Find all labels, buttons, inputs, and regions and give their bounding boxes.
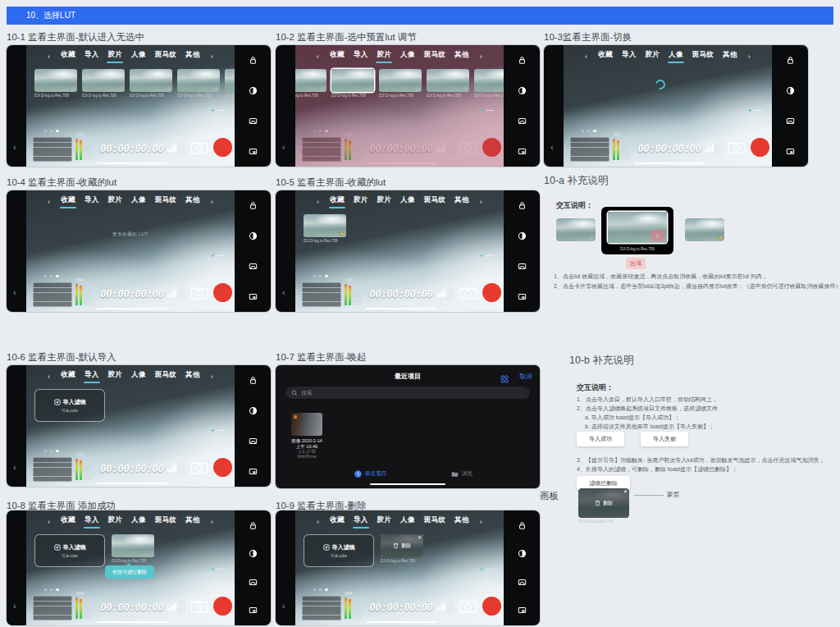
tab-portrait[interactable]: 人像 [131, 195, 146, 208]
lock-icon[interactable] [249, 56, 258, 65]
media-icon[interactable] [249, 262, 258, 271]
tab-zebra[interactable]: 斑马纹 [155, 50, 176, 63]
tabs-prev-icon[interactable]: ‹ [48, 373, 50, 381]
favorite-star-icon[interactable]: ☆ [213, 85, 218, 92]
contrast-icon[interactable] [249, 406, 258, 415]
record-button[interactable] [751, 138, 769, 157]
tab-zebra[interactable]: 斑马纹 [424, 515, 445, 529]
contrast-icon[interactable] [249, 231, 258, 240]
tabs-next-icon[interactable]: › [480, 53, 482, 61]
file-item[interactable]: 图像 2020-2-14 上午 10.46 今天 17:55 我的iPhone [287, 413, 326, 460]
media-icon[interactable] [518, 578, 527, 587]
lut-card[interactable]: ☆DJI D-log to Rec.709 [474, 69, 504, 98]
record-button[interactable] [482, 283, 501, 302]
pip-icon[interactable] [249, 467, 258, 476]
photo-capture-button[interactable] [190, 140, 208, 154]
tab-portrait[interactable]: 人像 [669, 50, 683, 63]
favorite-star-icon[interactable]: ☆ [463, 85, 468, 92]
tabs-next-icon[interactable]: › [211, 518, 213, 526]
tab-portrait[interactable]: 人像 [131, 370, 146, 383]
tab-zebra[interactable]: 斑马纹 [155, 370, 176, 383]
record-button[interactable] [482, 138, 501, 157]
favorite-star-icon[interactable]: ☆ [368, 85, 372, 92]
lut-card[interactable]: ☆DJI D-log to Rec.709 [427, 69, 469, 98]
tabs-next-icon[interactable]: › [211, 373, 213, 381]
favorite-star-icon[interactable]: ☆ [71, 85, 75, 92]
tab-film[interactable]: 胶片 [107, 195, 122, 208]
lock-icon[interactable] [249, 376, 258, 385]
tab-film[interactable]: 胶片 [107, 370, 122, 383]
tab-import[interactable]: 导入 [354, 515, 368, 529]
tab-zebra[interactable]: 斑马纹 [692, 50, 714, 63]
tab-portrait[interactable]: 人像 [131, 50, 146, 63]
tab-favorites[interactable]: 收藏 [330, 50, 345, 63]
tab-other[interactable]: 其他 [185, 50, 200, 63]
tab-other[interactable]: 其他 [723, 50, 737, 63]
close-icon[interactable]: ✕ [418, 534, 422, 540]
lock-icon[interactable] [249, 201, 258, 210]
back-chevron-icon[interactable]: ‹ [282, 288, 285, 297]
cancel-button[interactable]: 取消 [519, 373, 532, 381]
tabs-prev-icon[interactable]: ‹ [48, 198, 50, 206]
record-button[interactable] [213, 597, 232, 616]
back-chevron-icon[interactable]: ‹ [550, 143, 554, 152]
lut-card[interactable]: ☆DJI D-log to Rec.709 [295, 69, 326, 98]
tabs-next-icon[interactable]: › [211, 53, 213, 61]
contrast-icon[interactable] [249, 549, 258, 558]
contrast-icon[interactable] [518, 231, 527, 240]
tab-import[interactable]: 导入 [354, 50, 368, 63]
pip-icon[interactable] [518, 147, 527, 156]
tab-film[interactable]: 胶片 [377, 515, 391, 529]
tab-other[interactable]: 其他 [454, 195, 469, 208]
import-filter-card[interactable]: 导入滤镜 可选.cube [34, 534, 105, 567]
tab-portrait[interactable]: 人像 [400, 50, 415, 63]
back-chevron-icon[interactable]: ‹ [282, 602, 285, 611]
photo-capture-button[interactable] [459, 599, 477, 613]
pip-icon[interactable] [249, 606, 258, 615]
photo-capture-button[interactable] [459, 286, 477, 300]
pip-icon[interactable] [518, 292, 527, 301]
tab-import[interactable]: 导入 [622, 50, 637, 63]
lut-card-favorited[interactable]: ★DJI D-log to Rec.709 [304, 214, 346, 243]
tab-favorites[interactable]: 收藏 [330, 195, 345, 208]
tab-other[interactable]: 其他 [454, 515, 469, 529]
lut-card[interactable]: ☆DJI D-log to Rec.709 [130, 69, 172, 98]
tab-portrait[interactable]: 人像 [131, 515, 146, 529]
record-button[interactable] [213, 283, 232, 302]
tab-favorites[interactable]: 收藏 [598, 50, 613, 63]
tab-recent-projects[interactable]: 最近项目 [354, 470, 386, 478]
tab-zebra[interactable]: 斑马纹 [424, 195, 445, 208]
photo-capture-button[interactable] [459, 140, 477, 154]
contrast-icon[interactable] [786, 86, 795, 95]
tabs-prev-icon[interactable]: ‹ [317, 518, 319, 526]
favorite-star-icon[interactable]: ☆ [415, 85, 420, 92]
lock-icon[interactable] [518, 56, 527, 65]
tab-favorites[interactable]: 收藏 [61, 370, 75, 383]
tab-favorites[interactable]: 收藏 [330, 515, 345, 529]
lut-card[interactable]: ☆DJI D-log to Rec.709 [34, 69, 77, 98]
lut-card-selected[interactable]: ☆DJI D-log to Rec.709 [331, 69, 374, 98]
lock-icon[interactable] [518, 201, 527, 210]
media-icon[interactable] [249, 437, 258, 446]
lut-card[interactable]: ☆DJI D-log to Rec.709 [225, 69, 235, 98]
tab-other[interactable]: 其他 [185, 515, 200, 529]
contrast-icon[interactable] [518, 549, 527, 558]
import-filter-card[interactable]: 导入滤镜 可选.cube [304, 534, 374, 567]
tab-other[interactable]: 其他 [185, 195, 200, 208]
photo-capture-button[interactable] [190, 599, 208, 613]
pip-icon[interactable] [786, 147, 795, 156]
tab-zebra[interactable]: 斑马纹 [155, 515, 176, 529]
lock-icon[interactable] [249, 521, 258, 530]
pip-icon[interactable] [249, 292, 258, 301]
tab-film[interactable]: 胶片 [354, 195, 368, 208]
lut-card[interactable]: ☆DJI D-log to Rec.709 [82, 69, 125, 98]
tabs-next-icon[interactable]: › [480, 198, 482, 206]
media-icon[interactable] [249, 117, 258, 126]
tab-portrait[interactable]: 人像 [400, 515, 415, 529]
photo-capture-button[interactable] [190, 460, 208, 474]
media-icon[interactable] [518, 262, 527, 271]
record-button[interactable] [213, 138, 232, 157]
import-filter-card[interactable]: 导入滤镜 可选.cube [34, 389, 105, 422]
tabs-prev-icon[interactable]: ‹ [48, 53, 50, 61]
photo-capture-button[interactable] [728, 140, 746, 154]
